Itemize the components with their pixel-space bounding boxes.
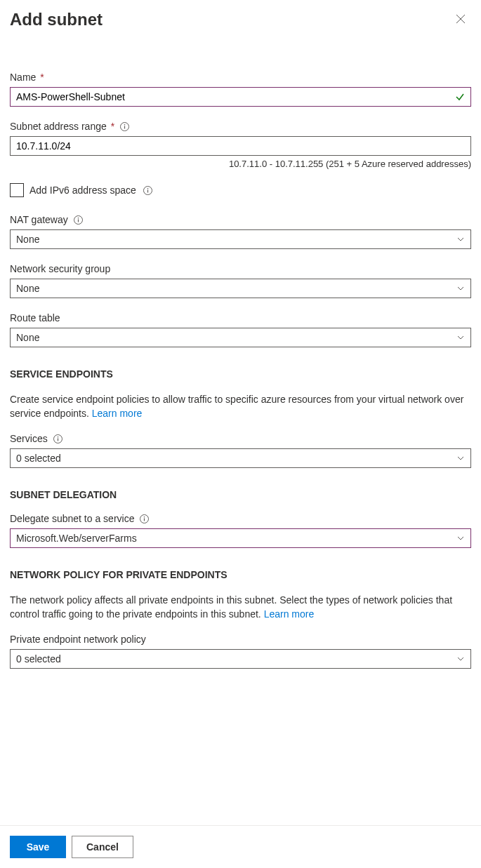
svg-rect-5 [147,189,148,192]
name-label: Name* [10,72,471,83]
svg-rect-8 [78,219,79,222]
subnet-delegation-header: SUBNET DELEGATION [10,489,471,500]
nat-gateway-label-text: NAT gateway [10,214,68,225]
chevron-down-icon [456,333,465,342]
ipv6-label: Add IPv6 address space [29,185,152,196]
name-input[interactable] [11,88,470,106]
private-endpoint-value: 0 selected [16,653,61,665]
private-endpoint-label: Private endpoint network policy [10,634,471,645]
nsg-value: None [16,283,39,294]
info-icon[interactable] [120,122,129,131]
ipv6-checkbox[interactable] [10,183,24,197]
services-label: Services [10,433,471,444]
delegate-label: Delegate subnet to a service [10,513,471,524]
private-endpoint-select[interactable]: 0 selected [10,649,471,669]
services-value: 0 selected [16,453,61,464]
subnet-range-hint: 10.7.11.0 - 10.7.11.255 (251 + 5 Azure r… [10,159,471,169]
delegate-select[interactable]: Microsoft.Web/serverFarms [10,528,471,548]
services-select[interactable]: 0 selected [10,448,471,468]
required-asterisk: * [40,72,44,83]
close-icon[interactable] [450,10,471,28]
route-table-label: Route table [10,312,471,323]
nsg-select[interactable]: None [10,279,471,298]
check-icon [455,92,465,102]
route-table-select[interactable]: None [10,328,471,347]
svg-point-10 [57,436,58,438]
subnet-range-input[interactable] [10,136,471,156]
chevron-down-icon [456,284,465,293]
network-policy-description: The network policy affects all private e… [10,593,471,621]
nat-gateway-label: NAT gateway [10,214,471,225]
panel-title: Add subnet [10,10,103,29]
services-label-text: Services [10,433,48,444]
delegate-label-text: Delegate subnet to a service [10,513,134,524]
network-policy-desc-text: The network policy affects all private e… [10,594,452,620]
required-asterisk: * [111,121,114,132]
nsg-label: Network security group [10,263,471,274]
svg-point-1 [124,124,126,126]
cancel-button[interactable]: Cancel [72,836,133,858]
info-icon[interactable] [74,215,83,225]
network-policy-header: NETWORK POLICY FOR PRIVATE ENDPOINTS [10,569,471,580]
nat-gateway-select[interactable]: None [10,229,471,249]
svg-point-13 [144,516,145,518]
route-table-value: None [16,332,39,343]
chevron-down-icon [456,454,465,462]
subnet-range-label: Subnet address range* [10,121,471,132]
info-icon[interactable] [140,514,149,523]
subnet-range-label-text: Subnet address range [10,121,107,132]
chevron-down-icon [456,235,465,243]
svg-rect-14 [144,518,145,521]
ipv6-label-text: Add IPv6 address space [29,185,136,196]
svg-rect-11 [58,438,58,441]
service-endpoints-header: SERVICE ENDPOINTS [10,368,471,380]
svg-point-7 [77,218,79,219]
service-endpoints-desc-text: Create service endpoint policies to allo… [10,394,463,419]
save-button[interactable]: Save [10,836,66,858]
delegate-value: Microsoft.Web/serverFarms [16,533,137,544]
service-endpoints-learn-more[interactable]: Learn more [92,408,143,419]
chevron-down-icon [456,534,465,542]
info-icon[interactable] [143,186,152,195]
info-icon[interactable] [53,434,62,443]
name-label-text: Name [10,72,36,83]
nat-gateway-value: None [16,234,39,245]
service-endpoints-description: Create service endpoint policies to allo… [10,392,471,420]
network-policy-learn-more[interactable]: Learn more [264,608,315,620]
chevron-down-icon [456,655,465,663]
svg-point-4 [147,188,148,189]
svg-rect-2 [124,126,125,128]
